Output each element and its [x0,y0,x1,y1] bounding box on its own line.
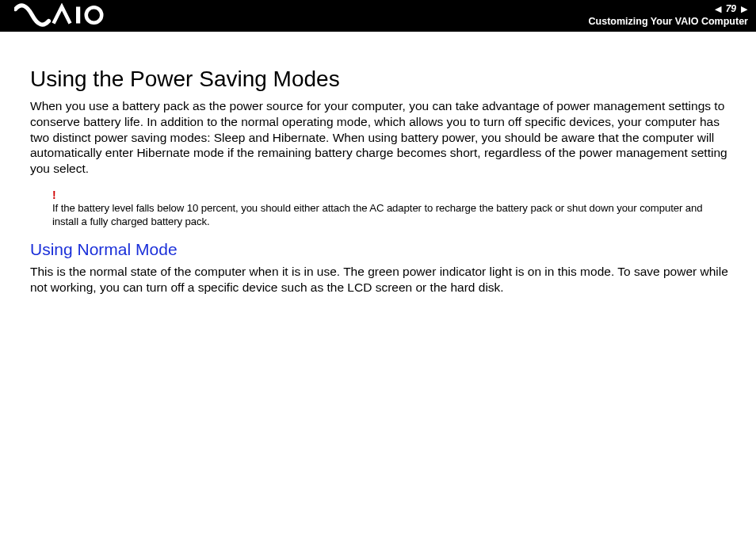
warning-text: If the battery level falls below 10 perc… [52,202,729,229]
warning-icon: ! [52,189,729,200]
vaio-logo [14,3,133,27]
warning-note: ! If the battery level falls below 10 pe… [52,189,729,229]
normal-mode-paragraph: This is the normal state of the computer… [30,264,729,296]
svg-point-1 [86,7,102,23]
header-right: ◀ 79 ▶ Customizing Your VAIO Computer [589,2,748,27]
page-number: 79 [724,3,738,14]
header-bar: ◀ 79 ▶ Customizing Your VAIO Computer [0,0,756,32]
intro-paragraph: When you use a battery pack as the power… [30,98,729,177]
svg-rect-0 [76,7,80,24]
page-nav: ◀ 79 ▶ [589,2,748,16]
next-page-arrow-icon[interactable]: ▶ [740,3,748,14]
page-title: Using the Power Saving Modes [30,67,729,92]
prev-page-arrow-icon[interactable]: ◀ [714,3,722,14]
normal-mode-heading: Using Normal Mode [30,240,729,259]
header-breadcrumb: Customizing Your VAIO Computer [589,16,748,27]
page-content: Using the Power Saving Modes When you us… [0,32,756,296]
